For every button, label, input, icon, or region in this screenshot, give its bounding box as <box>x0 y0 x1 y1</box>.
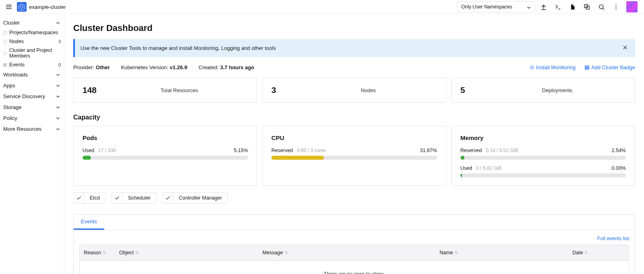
sidebar-group-cluster[interactable]: Cluster <box>0 17 64 28</box>
svg-line-10 <box>603 8 604 10</box>
events-panel: Events Full events list Reason⇅ Object⇅ … <box>73 214 635 274</box>
svg-rect-19 <box>585 68 589 69</box>
svg-point-9 <box>599 4 603 8</box>
full-events-list-link[interactable]: Full events list <box>597 236 629 241</box>
circle-icon <box>3 52 7 55</box>
sidebar-item-label: Projects/Namespaces <box>9 30 61 35</box>
metric-percent: 2.54% <box>612 148 626 153</box>
k8s-version-value: v1.26.9 <box>170 64 187 70</box>
capacity-section-title: Capacity <box>73 114 635 121</box>
metric-percent: 5.15% <box>234 148 248 153</box>
svg-rect-18 <box>585 67 589 68</box>
sidebar-group-apps[interactable]: Apps <box>0 80 64 91</box>
health-chip-controller-manager[interactable]: Controller Manager <box>162 192 228 204</box>
column-header-date[interactable]: Date⇅ <box>568 245 629 260</box>
column-header-message[interactable]: Message⇅ <box>258 245 436 260</box>
search-icon[interactable] <box>597 3 605 11</box>
sidebar-item-projects-namespaces[interactable]: Projects/Namespaces <box>0 28 64 37</box>
sidebar-item-count: 3 <box>58 39 61 44</box>
sidebar-group-policy[interactable]: Policy <box>0 113 64 124</box>
add-cluster-badge-label: Add Cluster Badge <box>591 64 635 70</box>
capacity-card-cpu: CPU Reserved 0.95 / 3 cores 31.67% <box>262 126 446 186</box>
copy-icon[interactable] <box>583 3 591 11</box>
metric-percent: 0.00% <box>612 165 626 171</box>
health-chip-label: Controller Manager <box>173 195 227 201</box>
summary-stats-row: 148Total Resources3Nodes5Deployments <box>73 78 635 103</box>
tab-events[interactable]: Events <box>74 214 104 230</box>
sidebar-nav: ClusterProjects/NamespacesNodes3Cluster … <box>0 14 64 274</box>
health-chip-scheduler[interactable]: Scheduler <box>111 192 157 204</box>
upload-icon[interactable] <box>539 3 547 11</box>
cluster-name[interactable]: example-cluster <box>29 4 66 10</box>
metric-percent: 31.67% <box>420 148 437 153</box>
metric-sub: 0 / 5.82 GiB <box>476 165 502 171</box>
created-label: Created: <box>198 64 219 70</box>
badge-icon <box>584 65 590 70</box>
created-info: Created: 3.7 hours ago <box>198 64 254 70</box>
stat-card-deployments: 5Deployments <box>451 78 635 103</box>
sidebar-group-more-resources[interactable]: More Resources <box>0 124 64 134</box>
stat-label: Deployments <box>489 87 626 93</box>
column-header-reason[interactable]: Reason⇅ <box>80 245 115 260</box>
banner-close-button[interactable] <box>621 43 630 53</box>
chevron-down-icon <box>55 20 61 26</box>
user-avatar[interactable] <box>626 1 638 12</box>
column-header-name[interactable]: Name⇅ <box>436 245 568 260</box>
main-content: Cluster Dashboard Use the new Cluster To… <box>64 14 644 274</box>
sidebar-item-count: 0 <box>58 62 61 67</box>
svg-point-13 <box>615 8 616 9</box>
sidebar-group-storage[interactable]: Storage <box>0 102 64 113</box>
svg-point-4 <box>21 6 23 8</box>
circle-icon <box>3 40 7 43</box>
stat-label: Nodes <box>299 87 437 93</box>
circle-icon <box>3 31 7 35</box>
sidebar-item-label: Events <box>9 62 56 68</box>
hamburger-menu-button[interactable] <box>3 1 14 12</box>
capacity-metric: Reserved 0.14 / 5.52 GiB 2.54% <box>460 148 626 153</box>
chevron-down-icon <box>55 115 61 121</box>
square-icon <box>3 63 7 67</box>
terminal-icon[interactable] <box>554 3 562 11</box>
sidebar-item-cluster-and-project-members[interactable]: Cluster and Project Members <box>0 46 64 60</box>
install-monitoring-link[interactable]: Install Monitoring <box>529 64 576 70</box>
sort-icon: ⇅ <box>135 251 138 255</box>
health-chip-etcd[interactable]: Etcd <box>73 192 106 204</box>
namespace-filter-select[interactable]: Only User Namespaces <box>457 1 535 12</box>
namespace-filter-value: Only User Namespaces <box>461 4 512 10</box>
add-cluster-badge-link[interactable]: Add Cluster Badge <box>584 64 635 70</box>
banner-text: Use the new Cluster Tools to manage and … <box>80 45 276 51</box>
sidebar-group-workloads[interactable]: Workloads <box>0 69 64 80</box>
page-title: Cluster Dashboard <box>73 23 635 33</box>
metric-tag: Reserved <box>460 148 482 153</box>
kubernetes-logo-icon[interactable] <box>17 2 27 12</box>
column-header-object[interactable]: Object⇅ <box>115 245 258 260</box>
metric-tag: Used <box>83 148 94 153</box>
svg-point-16 <box>531 67 532 68</box>
sidebar-item-nodes[interactable]: Nodes3 <box>0 37 64 46</box>
stat-value: 148 <box>83 85 111 95</box>
health-chip-label: Etcd <box>84 195 105 201</box>
check-icon <box>112 193 122 203</box>
sidebar-item-label: Cluster and Project Members <box>9 47 61 59</box>
install-monitoring-label: Install Monitoring <box>536 64 576 70</box>
sidebar-group-service-discovery[interactable]: Service Discovery <box>0 91 64 102</box>
sort-icon: ⇅ <box>285 251 288 255</box>
created-value: 3.7 hours ago <box>220 64 254 70</box>
metric-sub: 17 / 330 <box>98 148 116 153</box>
metric-tag: Reserved <box>271 148 293 153</box>
events-table: Reason⇅ Object⇅ Message⇅ Name⇅ Date⇅ The… <box>79 245 629 274</box>
svg-rect-17 <box>585 66 589 67</box>
capacity-card-title: Pods <box>83 134 248 141</box>
cluster-meta-row: Provider: Other Kubernetes Version: v1.2… <box>73 64 635 70</box>
metric-sub: 0.95 / 3 cores <box>297 148 326 153</box>
chevron-down-icon <box>55 94 61 99</box>
svg-point-12 <box>615 6 616 7</box>
kebab-menu-icon[interactable] <box>612 3 620 11</box>
k8s-version-info: Kubernetes Version: v1.26.9 <box>121 64 187 70</box>
file-icon[interactable] <box>568 3 576 11</box>
progress-bar <box>83 156 248 160</box>
sidebar-item-events[interactable]: Events0 <box>0 60 64 69</box>
svg-point-11 <box>615 4 616 5</box>
progress-bar <box>271 156 437 160</box>
stat-card-total-resources: 148Total Resources <box>73 78 257 103</box>
